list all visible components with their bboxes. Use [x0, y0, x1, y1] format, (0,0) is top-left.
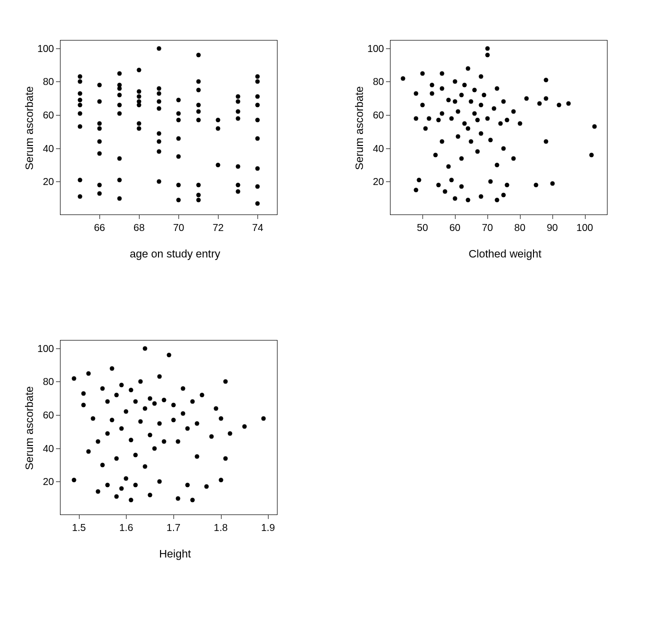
- data-point: [544, 78, 548, 82]
- x-tick-label: 100: [576, 222, 593, 234]
- data-point: [117, 103, 122, 108]
- data-point: [128, 438, 133, 442]
- y-tick-label: 100: [38, 342, 54, 354]
- data-point: [424, 126, 428, 130]
- data-point: [114, 494, 119, 499]
- data-point: [256, 184, 260, 189]
- x-tick-label: 1.7: [166, 522, 180, 534]
- data-point: [82, 403, 86, 408]
- data-point: [223, 380, 228, 384]
- data-point: [157, 374, 162, 379]
- data-point: [196, 193, 200, 198]
- x-tick-mark: [221, 515, 222, 519]
- data-point: [78, 124, 82, 129]
- data-point: [137, 94, 142, 99]
- data-point: [440, 71, 444, 76]
- x-tick-mark: [585, 215, 586, 219]
- data-point: [592, 124, 597, 129]
- data-point: [261, 416, 266, 420]
- data-point: [180, 411, 185, 416]
- data-point: [478, 74, 483, 79]
- data-point: [148, 396, 152, 400]
- data-point: [196, 118, 200, 122]
- data-point: [134, 400, 138, 404]
- data-point: [440, 111, 444, 116]
- data-point: [152, 446, 157, 450]
- y-tick-mark: [56, 415, 60, 416]
- y-tick-label: 40: [43, 142, 54, 154]
- data-point: [117, 83, 122, 88]
- x-tick-mark: [218, 215, 218, 219]
- data-point: [209, 434, 214, 439]
- data-point: [236, 164, 240, 169]
- data-point: [482, 93, 486, 98]
- data-point: [256, 74, 260, 79]
- data-point: [176, 440, 180, 444]
- data-point: [86, 450, 90, 454]
- data-point: [195, 421, 200, 426]
- data-point: [82, 391, 86, 396]
- data-point: [414, 188, 418, 192]
- data-point: [196, 88, 200, 92]
- data-point: [100, 463, 105, 468]
- x-axis-label-1: Clothed weight: [455, 248, 555, 260]
- data-point: [137, 126, 142, 130]
- data-point: [518, 121, 522, 126]
- data-point: [72, 376, 76, 380]
- data-point: [138, 420, 142, 424]
- data-point: [128, 388, 133, 392]
- x-tick-label: 1.6: [119, 522, 133, 534]
- data-point: [495, 86, 500, 90]
- x-tick-label: 60: [450, 222, 460, 234]
- data-point: [137, 100, 142, 104]
- chart-grid: Serum ascorbateage on study entry6668707…: [0, 0, 672, 624]
- data-point: [78, 98, 82, 102]
- x-tick-label: 70: [173, 222, 184, 234]
- data-point: [152, 401, 157, 406]
- x-tick-mark: [126, 515, 126, 519]
- data-point: [236, 110, 240, 114]
- data-point: [469, 100, 474, 104]
- data-point: [466, 198, 470, 202]
- data-point: [214, 406, 218, 410]
- y-axis-label-1: Serum ascorbate: [353, 86, 366, 170]
- x-tick-mark: [79, 515, 80, 519]
- data-point: [440, 140, 444, 144]
- data-point: [524, 96, 528, 100]
- data-point: [117, 93, 122, 98]
- data-point: [156, 150, 161, 154]
- data-point: [256, 201, 260, 206]
- data-point: [534, 183, 538, 188]
- data-point: [171, 403, 176, 408]
- data-point: [124, 410, 128, 414]
- x-tick-label: 1.5: [72, 522, 86, 534]
- data-point: [148, 493, 152, 498]
- data-point: [452, 100, 457, 104]
- data-point: [156, 140, 161, 144]
- data-point: [216, 118, 220, 122]
- x-tick-label: 68: [134, 222, 144, 234]
- data-point: [196, 198, 200, 202]
- data-point: [236, 94, 240, 99]
- x-tick-mark: [258, 215, 258, 219]
- data-point: [156, 86, 161, 90]
- data-point: [495, 163, 500, 168]
- data-point: [119, 383, 124, 388]
- y-tick-mark: [386, 182, 390, 182]
- data-point: [78, 74, 82, 79]
- data-point: [156, 106, 161, 110]
- data-point: [544, 140, 548, 144]
- data-point: [502, 193, 506, 198]
- data-point: [504, 118, 509, 122]
- x-tick-mark: [422, 215, 423, 219]
- data-point: [216, 163, 220, 168]
- data-point: [400, 76, 405, 80]
- data-point: [156, 180, 161, 184]
- data-point: [236, 100, 240, 104]
- data-point: [440, 86, 444, 90]
- data-point: [176, 118, 181, 122]
- data-point: [488, 138, 493, 142]
- data-point: [485, 53, 490, 58]
- data-point: [180, 386, 185, 390]
- data-point: [476, 150, 480, 154]
